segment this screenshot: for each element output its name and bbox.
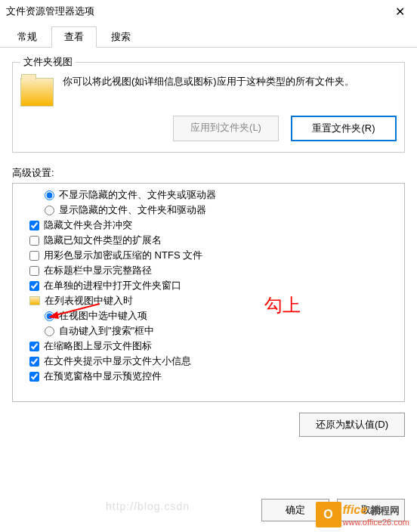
opt-separate-process[interactable]: 在单独的进程中打开文件夹窗口 <box>17 279 400 292</box>
watermark-text: http://blog.csdn <box>106 500 190 512</box>
apply-to-folders-button: 应用到文件夹(L) <box>173 116 279 141</box>
radio-hide-hidden[interactable] <box>45 190 54 200</box>
tab-view[interactable]: 查看 <box>51 26 97 48</box>
tab-bar: 常规 查看 搜索 <box>0 23 417 48</box>
check-merge-conflict[interactable] <box>29 221 39 230</box>
watermark-logo: O ffice 教程网 www.office26.com <box>316 502 409 527</box>
radio-select-typed[interactable] <box>45 311 54 321</box>
opt-merge-conflict[interactable]: 隐藏文件夹合并冲突 <box>17 218 400 232</box>
check-preview-handlers[interactable] <box>29 372 39 382</box>
opt-select-typed[interactable]: 在视图中选中键入项 <box>17 309 400 323</box>
opt-full-path[interactable]: 在标题栏中显示完整路径 <box>17 264 400 277</box>
logo-url: www.office26.com <box>343 518 409 527</box>
folder-views-desc: 你可以将此视图(如详细信息或图标)应用于这种类型的所有文件夹。 <box>63 75 354 88</box>
check-full-path[interactable] <box>29 266 39 276</box>
check-hide-ext[interactable] <box>29 236 39 246</box>
advanced-settings-label: 高级设置: <box>12 166 405 180</box>
opt-show-hidden[interactable]: 显示隐藏的文件、文件夹和驱动器 <box>17 203 400 217</box>
opt-size-tip[interactable]: 在文件夹提示中显示文件大小信息 <box>17 354 400 368</box>
restore-defaults-button[interactable]: 还原为默认值(D) <box>299 413 405 437</box>
opt-hide-ext[interactable]: 隐藏已知文件类型的扩展名 <box>17 234 400 247</box>
radio-search-box[interactable] <box>45 326 54 336</box>
check-separate-process[interactable] <box>29 281 39 291</box>
logo-brand: ffice <box>343 503 368 516</box>
folder-icon <box>20 78 54 107</box>
opt-thumb-icons[interactable]: 在缩略图上显示文件图标 <box>17 339 400 353</box>
logo-suffix: 教程网 <box>370 505 400 516</box>
check-thumb-icons[interactable] <box>29 342 39 351</box>
tab-general[interactable]: 常规 <box>5 26 50 48</box>
folder-views-legend: 文件夹视图 <box>20 55 76 69</box>
opt-preview-handlers[interactable]: 在预览窗格中显示预览控件 <box>17 370 400 383</box>
check-ntfs-color[interactable] <box>29 251 39 261</box>
group-typing: 在列表视图中键入时 <box>17 294 400 308</box>
radio-show-hidden[interactable] <box>45 206 54 215</box>
opt-hide-hidden[interactable]: 不显示隐藏的文件、文件夹或驱动器 <box>17 188 400 202</box>
opt-search-box[interactable]: 自动键入到"搜索"框中 <box>17 324 400 338</box>
opt-ntfs-color[interactable]: 用彩色显示加密或压缩的 NTFS 文件 <box>17 249 400 262</box>
advanced-settings-tree[interactable]: 不显示隐藏的文件、文件夹或驱动器 显示隐藏的文件、文件夹和驱动器 隐藏文件夹合并… <box>12 183 405 402</box>
close-button[interactable]: ✕ <box>383 0 417 23</box>
check-size-tip[interactable] <box>29 357 39 367</box>
tab-search[interactable]: 搜索 <box>98 26 144 48</box>
folder-views-group: 文件夹视图 你可以将此视图(如详细信息或图标)应用于这种类型的所有文件夹。 应用… <box>12 55 405 153</box>
folder-mini-icon <box>29 296 40 305</box>
reset-folders-button[interactable]: 重置文件夹(R) <box>291 116 397 141</box>
logo-square: O <box>316 502 341 527</box>
window-title: 文件资源管理器选项 <box>6 5 94 18</box>
